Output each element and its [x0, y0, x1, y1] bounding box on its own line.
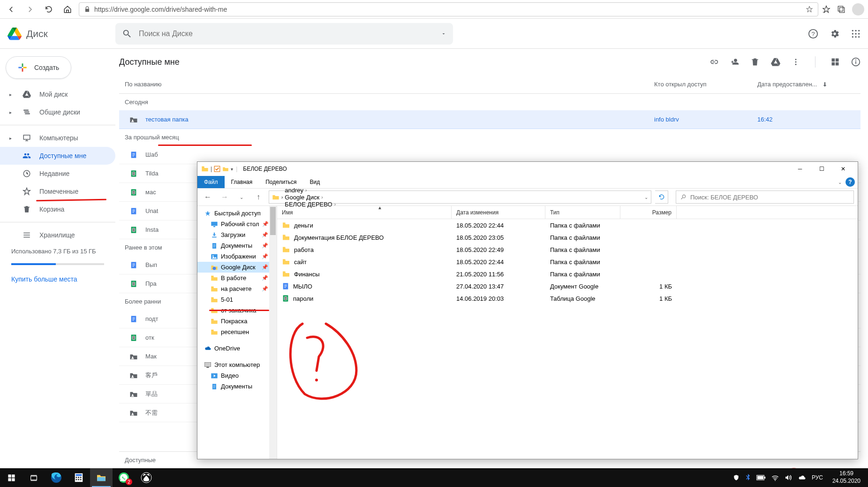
breadcrumb-segment[interactable]: andrey› — [285, 187, 336, 194]
create-button[interactable]: Создать — [6, 56, 71, 79]
wifi-icon[interactable] — [771, 474, 779, 481]
tree-item[interactable]: Google Диск 📌 — [197, 262, 277, 273]
list-row[interactable]: работа 18.05.2020 22:49 Папка с файлами — [277, 244, 858, 256]
breadcrumb-segment[interactable]: Google Диск› — [285, 194, 336, 201]
qat-folder-icon[interactable] — [222, 166, 229, 172]
share-person-icon[interactable] — [730, 57, 739, 67]
sidebar-item-1[interactable]: ▸ Общие диски — [0, 103, 115, 121]
sidebar-item-6[interactable]: Корзина — [0, 200, 115, 218]
file-row[interactable]: тестовая папка info bldrv 16:42 — [119, 110, 860, 129]
url-input[interactable] — [94, 6, 802, 13]
battery-icon[interactable] — [756, 475, 766, 480]
tree-item[interactable]: Документы 📌 — [197, 240, 277, 251]
calculator-taskbar-icon[interactable] — [68, 468, 90, 487]
list-row[interactable]: деньги 18.05.2020 22:44 Папка с файлами — [277, 219, 858, 231]
tray-security-icon[interactable] — [733, 474, 740, 481]
maximize-button[interactable]: ☐ — [811, 162, 832, 176]
tree-item[interactable]: Рабочий стол 📌 — [197, 219, 277, 229]
col-date[interactable]: Дата изменения — [452, 206, 545, 219]
settings-gear-icon[interactable] — [830, 29, 840, 39]
volume-icon[interactable] — [785, 474, 792, 481]
cloud-sync-icon[interactable] — [798, 474, 806, 481]
nav-forward-button[interactable]: → — [218, 190, 231, 204]
buy-storage-link[interactable]: Купить больше места — [0, 269, 115, 289]
nav-up-button[interactable]: ↑ — [252, 190, 265, 204]
edge-taskbar-icon[interactable] — [45, 468, 68, 487]
tree-item[interactable]: Документы — [197, 381, 277, 392]
sidebar-item-5[interactable]: Помеченные — [0, 183, 115, 200]
trash-icon[interactable] — [750, 57, 760, 67]
list-row[interactable]: Финансы 21.05.2020 11:56 Папка с файлами — [277, 268, 858, 280]
minimize-button[interactable]: ─ — [789, 162, 811, 176]
checkbox-icon[interactable] — [214, 166, 220, 172]
sidebar-item-4[interactable]: Недавние — [0, 165, 115, 183]
address-refresh-button[interactable] — [655, 190, 668, 204]
col-name[interactable]: По названию — [119, 81, 654, 88]
drive-search[interactable] — [115, 23, 453, 45]
tree-item[interactable]: Видео — [197, 370, 277, 381]
nav-recent-button[interactable]: ⌄ — [235, 190, 248, 204]
more-vertical-icon[interactable] — [792, 58, 800, 66]
ribbon-help-icon[interactable]: ? — [845, 177, 855, 187]
clock[interactable]: 16:59 24.05.2020 — [829, 470, 864, 485]
col-date[interactable]: Дата предоставлен... — [757, 81, 860, 88]
grid-view-icon[interactable] — [830, 57, 840, 67]
explorer-taskbar-icon[interactable] — [90, 468, 113, 487]
tree-item[interactable]: OneDrive — [197, 343, 277, 354]
address-dropdown-icon[interactable]: ⌄ — [644, 195, 648, 200]
list-row[interactable]: сайт 18.05.2020 22:44 Папка с файлами — [277, 256, 858, 268]
list-row[interactable]: Документация БЕЛОЕ ДЕРЕВО 18.05.2020 23:… — [277, 231, 858, 244]
link-icon[interactable] — [709, 57, 718, 67]
start-button[interactable] — [0, 468, 23, 487]
tree-item[interactable]: Покраска — [197, 316, 277, 327]
col-size[interactable]: Размер — [620, 206, 677, 219]
whatsapp-taskbar-icon[interactable]: 2 — [113, 468, 135, 487]
tree-item[interactable]: Быстрый доступ — [197, 208, 277, 219]
col-type[interactable]: Тип — [545, 206, 620, 219]
language-indicator[interactable]: РУС — [812, 474, 823, 481]
tree-item[interactable]: ресепшен — [197, 327, 277, 337]
sidebar-item-2[interactable]: ▸ Компьютеры — [0, 129, 115, 147]
list-row[interactable]: пароли 14.06.2019 20:03 Таблица Google 1… — [277, 292, 858, 304]
sidebar-item-7[interactable]: Хранилище — [0, 226, 115, 244]
address-bar[interactable] — [79, 2, 818, 16]
drive-logo[interactable]: Диск — [8, 27, 115, 41]
ribbon-expand-icon[interactable]: ⌄ — [838, 180, 842, 185]
xbox-taskbar-icon[interactable] — [135, 468, 158, 487]
forward-button[interactable] — [23, 2, 38, 17]
tree-item[interactable]: В работе 📌 — [197, 273, 277, 283]
star-outline-icon[interactable] — [806, 6, 813, 13]
favorites-icon[interactable] — [822, 5, 830, 14]
explorer-search[interactable] — [676, 190, 854, 204]
home-button[interactable] — [60, 2, 75, 17]
list-row[interactable]: МЫЛО 27.04.2020 13:47 Документ Google 1 … — [277, 280, 858, 292]
info-icon[interactable] — [851, 57, 860, 67]
col-name[interactable]: Имя — [277, 206, 452, 219]
nav-back-button[interactable]: ← — [201, 190, 214, 204]
close-button[interactable]: ✕ — [832, 162, 854, 176]
sidebar-item-3[interactable]: Доступные мне — [0, 147, 115, 165]
drive-small-icon[interactable] — [771, 57, 780, 67]
profile-avatar[interactable] — [852, 3, 864, 15]
tree-scrollbar[interactable] — [269, 206, 277, 459]
explorer-search-input[interactable] — [690, 194, 850, 201]
tree-item[interactable]: на расчете 📌 — [197, 283, 277, 294]
address-bar[interactable]: › andrey› Google Диск› БЕЛОЕ ДЕРЕВО› ⌄ — [269, 190, 651, 204]
help-icon[interactable]: ? — [808, 29, 818, 39]
tab-home[interactable]: Главная — [225, 176, 259, 188]
col-owner[interactable]: Кто открыл доступ — [654, 81, 757, 88]
tree-item[interactable]: Этот компьютер — [197, 359, 277, 370]
search-dropdown-icon[interactable] — [441, 31, 446, 37]
task-view-button[interactable] — [23, 468, 45, 487]
tab-file[interactable]: Файл — [197, 176, 225, 188]
tree-item[interactable]: Загрузки 📌 — [197, 229, 277, 240]
sidebar-item-0[interactable]: ▸ Мой диск — [0, 85, 115, 103]
apps-grid-icon[interactable] — [851, 29, 860, 38]
tree-item[interactable]: 5-01 — [197, 294, 277, 305]
refresh-button[interactable] — [41, 2, 56, 17]
collections-icon[interactable] — [837, 5, 845, 14]
tree-item[interactable]: Изображени 📌 — [197, 251, 277, 262]
explorer-titlebar[interactable]: | ▾ | БЕЛОЕ ДЕРЕВО ─ ☐ ✕ — [197, 162, 858, 176]
drive-search-input[interactable] — [139, 30, 434, 38]
back-button[interactable] — [4, 2, 19, 17]
